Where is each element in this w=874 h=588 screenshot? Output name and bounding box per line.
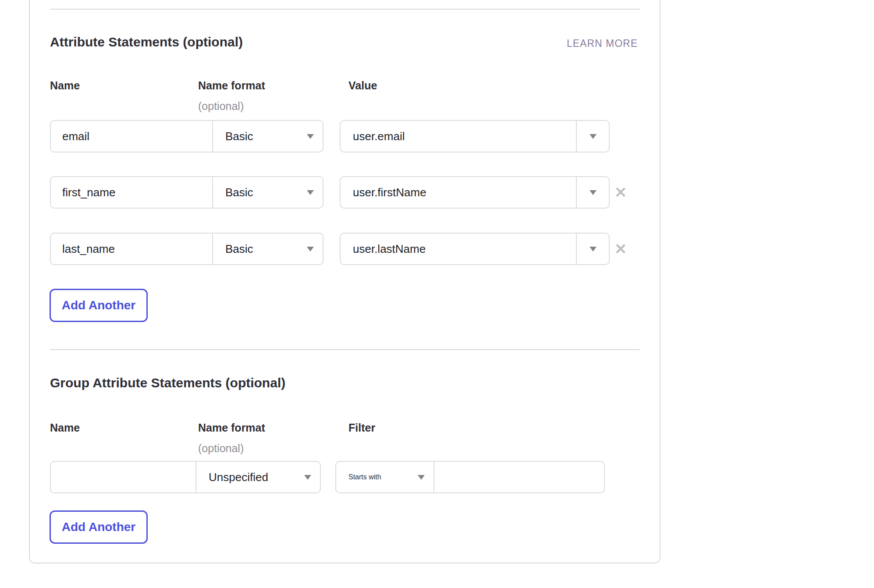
attribute-row: Basic user.email — [30, 120, 660, 152]
filter-type-value: Starts with — [348, 473, 381, 481]
attribute-value: user.email — [341, 121, 576, 152]
remove-row-button[interactable]: ✕ — [611, 183, 630, 202]
group-name-format-select[interactable]: Unspecified — [196, 462, 320, 492]
chevron-down-icon — [590, 247, 597, 251]
attribute-name-input[interactable] — [51, 121, 213, 152]
attribute-value-select[interactable]: user.email — [340, 120, 610, 152]
name-format-value: Basic — [225, 186, 253, 199]
section-divider — [50, 349, 640, 350]
learn-more-link[interactable]: LEARN MORE — [567, 38, 638, 50]
attribute-value: user.lastName — [341, 234, 576, 264]
group-attribute-statements-title: Group Attribute Statements (optional) — [50, 375, 285, 391]
group-name-input[interactable] — [51, 462, 196, 492]
filter-group: Starts with — [335, 461, 605, 493]
attribute-name-input[interactable] — [51, 177, 213, 208]
name-format-select[interactable]: Basic — [213, 121, 323, 152]
column-header-name-format: Name format — [198, 79, 265, 92]
top-section-divider — [50, 9, 640, 10]
chevron-down-icon — [590, 134, 597, 139]
add-another-button[interactable]: Add Another — [50, 510, 148, 544]
filter-value-input[interactable] — [434, 462, 604, 492]
column-header-value: Value — [348, 79, 377, 92]
name-format-value: Basic — [225, 242, 253, 256]
name-format-select[interactable]: Basic — [213, 234, 323, 264]
name-format-value: Unspecified — [209, 471, 268, 484]
name-format-value: Basic — [225, 130, 253, 143]
add-another-button[interactable]: Add Another — [50, 289, 148, 322]
group-attribute-row: Unspecified Starts with — [30, 461, 660, 493]
page: Attribute Statements (optional) LEARN MO… — [0, 0, 874, 588]
attribute-value: user.firstName — [341, 177, 576, 208]
chevron-down-icon — [304, 475, 311, 480]
chevron-down-icon — [307, 134, 314, 139]
attribute-row: Basic user.lastName ✕ — [30, 233, 660, 265]
column-header-name: Name — [50, 421, 80, 434]
attribute-value-select[interactable]: user.lastName — [340, 233, 610, 265]
select-caret-button[interactable] — [576, 234, 609, 264]
attribute-value-select[interactable]: user.firstName — [340, 176, 610, 209]
name-and-format-group: Basic — [50, 176, 323, 209]
attribute-name-input[interactable] — [51, 234, 213, 264]
chevron-down-icon — [307, 190, 314, 195]
column-header-name-format: Name format — [198, 421, 265, 434]
name-and-format-group: Basic — [50, 233, 323, 265]
select-caret-button[interactable] — [576, 121, 609, 152]
chevron-down-icon — [418, 475, 425, 480]
attribute-statements-title: Attribute Statements (optional) — [50, 34, 243, 50]
name-and-format-group: Basic — [50, 120, 323, 152]
column-header-optional-note: (optional) — [198, 99, 244, 113]
filter-type-select[interactable]: Starts with — [336, 462, 434, 492]
name-format-select[interactable]: Basic — [213, 177, 323, 208]
column-header-filter: Filter — [348, 421, 375, 434]
select-caret-button[interactable] — [576, 177, 609, 208]
name-and-format-group: Unspecified — [50, 461, 321, 493]
attribute-row: Basic user.firstName ✕ — [30, 176, 660, 209]
remove-row-button[interactable]: ✕ — [611, 239, 630, 259]
chevron-down-icon — [307, 247, 314, 251]
chevron-down-icon — [590, 190, 597, 195]
column-header-optional-note: (optional) — [198, 442, 244, 455]
saml-settings-card: Attribute Statements (optional) LEARN MO… — [29, 0, 661, 563]
column-header-name: Name — [50, 79, 80, 92]
